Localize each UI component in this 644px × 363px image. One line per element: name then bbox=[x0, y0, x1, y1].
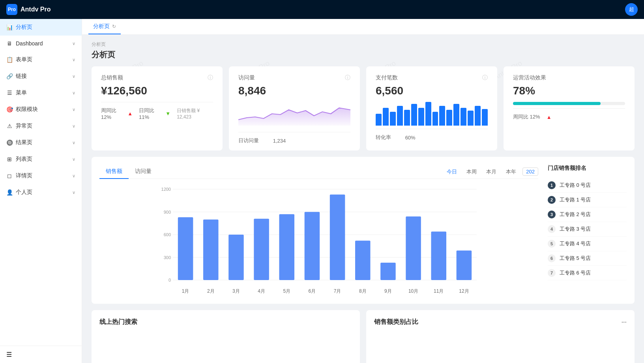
avatar[interactable]: 超 bbox=[625, 3, 638, 16]
sidebar-label-permission: 权限模块 bbox=[16, 106, 38, 113]
chevron-icon: ∨ bbox=[72, 140, 75, 145]
tab-refresh-icon[interactable]: ↻ bbox=[112, 24, 116, 29]
mini-bar bbox=[376, 114, 382, 126]
svg-text:11月: 11月 bbox=[434, 288, 444, 294]
sidebar-item-list[interactable]: ⊞ 列表页 ∨ bbox=[0, 151, 82, 167]
rank-name-7: 工专路 6 号店 bbox=[560, 269, 591, 276]
kpi-info-icon-payments[interactable]: ⓘ bbox=[482, 74, 488, 81]
brand-logo: Pro Antdv Pro bbox=[6, 4, 51, 15]
sidebar-item-result[interactable]: 🔘 结果页 ∨ bbox=[0, 134, 82, 151]
top-navigation: Pro Antdv Pro 超 bbox=[0, 0, 644, 19]
chevron-icon: ∨ bbox=[72, 124, 75, 129]
filter-week[interactable]: 本周 bbox=[463, 167, 480, 176]
svg-text:12月: 12月 bbox=[459, 288, 469, 294]
svg-rect-16 bbox=[254, 219, 269, 280]
page-content: Antdv Pro Antdv Pro Antdv Pro Antdv Pro … bbox=[82, 35, 644, 363]
sidebar-label-form: 表单页 bbox=[16, 56, 32, 63]
ranking-item-2: 2 工专路 1 号店 bbox=[548, 193, 627, 207]
sidebar-item-menu[interactable]: ☰ 菜单 ∨ bbox=[0, 85, 82, 101]
arrow-down-icon: ▼ bbox=[165, 111, 170, 117]
conversion-rate-value: 60% bbox=[405, 135, 416, 141]
svg-text:600: 600 bbox=[164, 232, 171, 237]
svg-rect-28 bbox=[406, 216, 421, 280]
filter-custom[interactable]: 202 bbox=[522, 167, 538, 176]
kpi-cards-row: 总销售额 ⓘ ¥126,560 周同比 12% ▲ 日同比 11% ▼ bbox=[92, 66, 635, 150]
kpi-daily-sales: 日销售额 ¥ 12,423 bbox=[177, 107, 213, 120]
tab-analysis[interactable]: 分析页 ↻ bbox=[88, 19, 121, 34]
rank-badge-4: 4 bbox=[548, 225, 556, 233]
kpi-card-visits: 访问量 ⓘ 8,846 bbox=[229, 66, 360, 150]
filter-month[interactable]: 本月 bbox=[483, 167, 500, 176]
svg-text:8月: 8月 bbox=[359, 288, 367, 294]
sidebar-item-dashboard[interactable]: 🖥 Dashboard ∨ bbox=[0, 36, 82, 51]
chart-filter: 今日 本周 本月 本年 202 bbox=[444, 167, 538, 176]
kpi-header-operations: 运营活动效果 bbox=[513, 74, 625, 81]
sidebar-item-permission[interactable]: 🎯 权限模块 ∨ bbox=[0, 101, 82, 118]
sidebar-item-detail[interactable]: ◻ 详情页 ∨ bbox=[0, 167, 82, 184]
kpi-card-operations: 运营活动效果 78% 周同比 12% ▲ bbox=[504, 66, 635, 150]
ranking-item-1: 1 工专路 0 号店 bbox=[548, 178, 627, 193]
kpi-header: 总销售额 ⓘ bbox=[101, 74, 213, 81]
mini-bar bbox=[446, 110, 452, 126]
more-options-icon[interactable]: ··· bbox=[622, 319, 627, 326]
sidebar-label-detail: 详情页 bbox=[16, 172, 32, 179]
sidebar-label-result: 结果页 bbox=[16, 139, 32, 146]
svg-rect-20 bbox=[305, 212, 320, 280]
svg-rect-32 bbox=[457, 250, 472, 280]
mini-bar bbox=[468, 111, 474, 126]
operations-week-change: 周同比 12% bbox=[513, 113, 540, 120]
sidebar-item-link[interactable]: 🔗 链接 ∨ bbox=[0, 68, 82, 85]
svg-text:7月: 7月 bbox=[334, 288, 341, 294]
brand-icon: Pro bbox=[6, 4, 17, 15]
sidebar-label-analysis: 分析页 bbox=[16, 24, 32, 31]
kpi-footer-visits: 日访问量 1,234 bbox=[238, 132, 350, 144]
mini-bar bbox=[383, 108, 389, 126]
sidebar-item-profile[interactable]: 👤 个人页 ∨ bbox=[0, 184, 82, 201]
rank-name-1: 工专路 0 号店 bbox=[560, 182, 591, 189]
sidebar-item-exception[interactable]: ⚠ 异常页 ∨ bbox=[0, 118, 82, 134]
rank-badge-1: 1 bbox=[548, 181, 556, 189]
svg-rect-26 bbox=[380, 263, 396, 280]
kpi-label-operations: 运营活动效果 bbox=[513, 74, 546, 81]
mini-bar-chart bbox=[376, 102, 488, 126]
ranking-item-7: 7 工专路 6 号店 bbox=[548, 266, 627, 280]
kpi-footer-total-sales: 周同比 12% ▲ 日同比 11% ▼ 日销售额 ¥ 12,423 bbox=[101, 102, 213, 120]
chevron-icon: ∨ bbox=[72, 107, 75, 112]
rank-badge-6: 6 bbox=[548, 254, 556, 262]
svg-text:5月: 5月 bbox=[283, 288, 290, 294]
ranking-item-4: 4 工专路 3 号店 bbox=[548, 222, 627, 237]
kpi-label-visits: 访问量 bbox=[238, 74, 255, 81]
filter-today[interactable]: 今日 bbox=[444, 167, 460, 176]
mini-bar bbox=[453, 104, 459, 126]
sidebar-item-form[interactable]: 📋 表单页 ∨ bbox=[0, 51, 82, 68]
content-area: 分析页 ↻ Antdv Pro Antdv Pro Antdv Pro Antd… bbox=[82, 19, 644, 363]
sidebar-icon-analysis: 📊 bbox=[6, 24, 13, 30]
kpi-daily-visits-value: 1,234 bbox=[273, 138, 286, 144]
svg-text:4月: 4月 bbox=[258, 288, 265, 294]
sidebar-icon-list: ⊞ bbox=[6, 156, 13, 162]
mini-bar bbox=[425, 102, 431, 126]
kpi-info-icon[interactable]: ⓘ bbox=[208, 74, 213, 81]
kpi-week-change: 周同比 12% ▲ bbox=[101, 107, 133, 120]
chart-tab-sales[interactable]: 销售额 bbox=[99, 165, 129, 179]
kpi-day-change: 日同比 11% ▼ bbox=[139, 107, 170, 120]
bottom-card-search: 线上热门搜索 bbox=[92, 310, 360, 363]
bottom-card-sales-title: 销售额类别占比 ··· bbox=[374, 318, 627, 326]
arrow-up-icon: ▲ bbox=[127, 111, 133, 117]
sidebar-bottom-toggle[interactable]: ☰ bbox=[0, 346, 82, 363]
chevron-icon: ∨ bbox=[72, 74, 75, 79]
chevron-icon: ∨ bbox=[72, 190, 75, 195]
sidebar-item-analysis[interactable]: 📊 分析页 bbox=[0, 19, 82, 36]
filter-year[interactable]: 本年 bbox=[503, 167, 519, 176]
operations-arrow-up: ▲ bbox=[547, 114, 552, 120]
kpi-info-icon-visits[interactable]: ⓘ bbox=[345, 74, 350, 81]
progress-bar-wrap bbox=[513, 102, 625, 105]
mini-bar bbox=[432, 112, 438, 126]
chart-tab-visits[interactable]: 访问量 bbox=[129, 165, 158, 179]
chevron-icon: ∨ bbox=[72, 157, 75, 162]
mini-bar bbox=[461, 108, 466, 126]
rank-name-5: 工专路 4 号店 bbox=[560, 240, 591, 247]
mini-bar bbox=[404, 110, 410, 126]
svg-text:10月: 10月 bbox=[408, 288, 418, 294]
tab-label: 分析页 bbox=[93, 23, 110, 30]
